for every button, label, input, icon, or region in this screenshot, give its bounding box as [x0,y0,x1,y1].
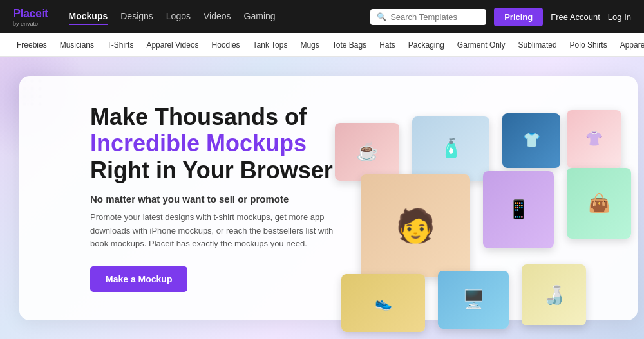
mockup-bottle-green: 🍶 [522,264,586,325]
mockup-tshirt-blue: 👕 [502,113,560,168]
hero-description: Promote your latest designs with t-shirt… [90,211,335,251]
cat-musicians[interactable]: Musicians [53,33,100,56]
nav-videos[interactable]: Videos [204,8,231,25]
cat-packaging[interactable]: Packaging [402,33,451,56]
hero-title-line1: Make Thousands of [90,104,335,130]
search-input[interactable] [390,12,480,22]
search-bar[interactable]: 🔍 [370,9,486,25]
hero-section: Make Thousands of Incredible Mockups Rig… [0,57,644,339]
top-navigation: Placeit by envato Mockups Designs Logos … [0,0,644,33]
cat-tshirts[interactable]: T-Shirts [100,33,140,56]
hero-subtitle: No matter what you want to sell or promo… [90,194,335,205]
cat-sublimated[interactable]: Sublimated [512,33,564,56]
cat-hoodies[interactable]: Hoodies [205,33,247,56]
logo-envato: by envato [13,21,48,27]
mockup-tshirt-pink: 👚 [567,110,621,168]
nav-designs[interactable]: Designs [120,8,153,25]
cat-garment-only[interactable]: Garment Only [451,33,512,56]
logo[interactable]: Placeit by envato [13,7,48,27]
cat-tote-bags[interactable]: Tote Bags [326,33,373,56]
cat-apparel-videos[interactable]: Apparel Videos [140,33,205,56]
free-account-button[interactable]: Free Account [551,12,600,22]
nav-right: 🔍 Pricing Free Account Log In [370,8,631,26]
hero-text-content: Make Thousands of Incredible Mockups Rig… [52,104,374,293]
logo-text: Placeit [13,7,48,21]
hero-inner: Make Thousands of Incredible Mockups Rig… [52,104,612,293]
cat-freebies[interactable]: Freebies [10,33,53,56]
login-button[interactable]: Log In [608,12,631,22]
mockup-tote: 👜 [567,168,631,239]
mockup-bottles: 🧴 [412,116,489,181]
search-icon: 🔍 [377,12,386,21]
cat-hats[interactable]: Hats [373,33,402,56]
hero-title-line3: Right in Your Browser [90,157,335,183]
cat-tank-tops[interactable]: Tank Tops [247,33,294,56]
mockup-phone: 📱 [483,171,554,248]
hero-title-line2: Incredible Mockups [90,130,335,156]
category-navigation: Freebies Musicians T-Shirts Apparel Vide… [0,33,644,57]
cta-button[interactable]: Make a Mockup [90,266,187,292]
mockup-monitor: 🖥️ [438,271,509,329]
nav-logos[interactable]: Logos [166,8,191,25]
mockup-person: 🧑 [361,174,470,277]
hero-card: Make Thousands of Incredible Mockups Rig… [19,76,638,320]
cat-polo-shirts[interactable]: Polo Shirts [564,33,614,56]
cat-apparel[interactable]: Apparel [614,33,644,56]
cat-mugs[interactable]: Mugs [294,33,325,56]
pricing-button[interactable]: Pricing [494,8,543,26]
nav-mockups[interactable]: Mockups [69,8,108,25]
nav-links: Mockups Designs Logos Videos Gaming [69,8,355,25]
nav-gaming[interactable]: Gaming [244,8,276,25]
